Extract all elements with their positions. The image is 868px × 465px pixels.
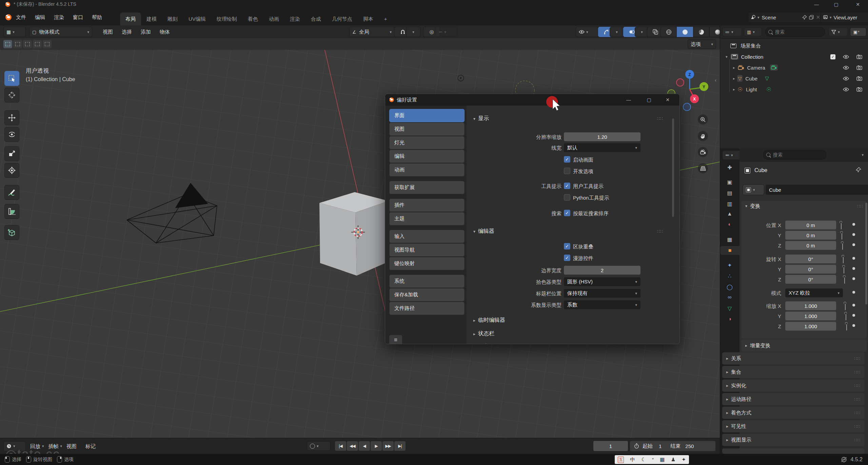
lock-icon[interactable] (841, 223, 842, 229)
unlink-scene-icon[interactable]: ✕ (816, 14, 820, 20)
menu-help[interactable]: 帮助 (87, 9, 106, 25)
lock-icon[interactable] (843, 257, 844, 263)
mode-selector[interactable]: ▢ 物体模式 ▾ (29, 27, 92, 37)
nav-system[interactable]: 系统 (389, 275, 465, 288)
section-relations[interactable]: ▸关系∷∷ (722, 352, 865, 365)
editor-type-selector[interactable]: ▦▾ (3, 27, 26, 37)
pos-y-field[interactable]: 0 m (785, 231, 836, 240)
header-position-dropdown[interactable]: 保持现有▾ (564, 289, 640, 298)
tool-scale[interactable] (4, 146, 19, 161)
animate-dot[interactable] (852, 267, 855, 270)
menu-render[interactable]: 渲染 (50, 9, 68, 25)
nav-interface[interactable]: 界面 (389, 109, 465, 122)
tab-view-layer[interactable]: ▥ (725, 199, 734, 208)
select-mode-subtract-button[interactable] (23, 40, 32, 48)
viewlayer-selector[interactable]: ▾ ViewLayer (821, 12, 868, 23)
nav-addons[interactable]: 插件 (389, 199, 465, 212)
collection-checkbox[interactable]: ✓ (830, 54, 835, 59)
nav-viewport[interactable]: 视图 (389, 123, 465, 136)
user-tooltips-checkbox[interactable]: ✓ (564, 183, 570, 189)
tab-render[interactable]: ▣ (725, 178, 734, 186)
next-keyframe-button[interactable]: ▶▶ (382, 441, 394, 451)
lock-icon[interactable] (844, 267, 844, 274)
pan-button[interactable] (698, 131, 708, 141)
language-section-header[interactable]: ▾语言 ∧∷ (469, 343, 672, 344)
animate-dot[interactable] (852, 223, 855, 226)
marker-menu[interactable]: 标记 (81, 438, 100, 454)
zoom-button[interactable] (698, 114, 708, 125)
add-menu[interactable]: 添加 (136, 25, 155, 38)
prefs-scrollbar[interactable] (672, 118, 674, 217)
pin-icon[interactable] (802, 15, 807, 20)
select-mode-new-button[interactable] (3, 40, 12, 48)
section-shading[interactable]: ▸着色方式∷∷ (722, 407, 865, 419)
close-button[interactable]: ✕ (851, 2, 865, 7)
line-width-dropdown[interactable]: 默认▾ (564, 143, 640, 152)
select-menu[interactable]: 选择 (117, 25, 136, 38)
outliner-editor-selector[interactable]: ≔▾ (722, 27, 742, 36)
lock-icon[interactable] (846, 314, 846, 320)
rot-y-field[interactable]: 0° (785, 265, 836, 274)
tool-rotate[interactable] (4, 127, 19, 142)
tab-object[interactable]: ■ (720, 246, 739, 255)
animate-dot[interactable] (852, 304, 855, 306)
hide-eye-icon[interactable] (843, 76, 849, 81)
outliner-display-mode[interactable]: ▥▾ (744, 27, 762, 36)
tab-output[interactable]: ▤ (725, 188, 734, 197)
minimize-button[interactable]: — (810, 2, 823, 7)
animate-dot[interactable] (852, 243, 855, 246)
workspace-tab-layout[interactable]: 布局 (120, 13, 141, 25)
select-mode-intersect-button[interactable] (43, 40, 52, 48)
maximize-button[interactable]: ▢ (829, 2, 843, 7)
workspace-tab-texpaint[interactable]: 纹理绘制 (211, 13, 242, 25)
animate-dot[interactable] (852, 291, 855, 294)
section-motion-paths[interactable]: ▸运动路径∷∷ (722, 393, 865, 405)
nav-save-load[interactable]: 保存&加载 (389, 288, 465, 301)
rotation-mode-dropdown[interactable]: XYZ 欧拉▾ (785, 289, 843, 297)
tool-move[interactable] (4, 110, 19, 125)
play-button[interactable]: ▶ (371, 441, 382, 451)
properties-search-input[interactable] (772, 152, 814, 158)
scene-collection-row[interactable]: 场景集合 (720, 40, 868, 51)
ime-halfwidth-icon[interactable]: ☾ (641, 457, 646, 463)
nav-lights[interactable]: 灯光 (389, 136, 465, 149)
menu-edit[interactable]: 编辑 (31, 9, 50, 25)
resolution-scale-field[interactable]: 1.20 (564, 132, 640, 141)
ime-user-icon[interactable]: ♟ (671, 457, 675, 463)
properties-header-dropdown[interactable]: ▾ (862, 153, 864, 157)
splash-checkbox[interactable]: ✓ (564, 156, 570, 163)
panel-grip-icon[interactable]: ∷∷ (857, 204, 863, 209)
ortho-grid-button[interactable] (698, 163, 708, 173)
nav-file-paths[interactable]: 文件路径 (389, 302, 465, 315)
nav-input[interactable]: 输入 (389, 230, 465, 243)
region-overlap-checkbox[interactable]: ✓ (564, 243, 570, 249)
pos-z-field[interactable]: 0 m (785, 241, 836, 250)
border-width-field[interactable]: 2 (564, 266, 640, 275)
section-partial[interactable] (722, 448, 865, 454)
lock-icon[interactable] (846, 324, 847, 331)
rot-x-field[interactable]: 0° (785, 255, 836, 263)
nav-keymap[interactable]: 键位映射 (389, 257, 465, 270)
outliner-search-input[interactable] (774, 29, 816, 35)
tab-scene[interactable]: ▲ (725, 209, 734, 218)
shading-material-button[interactable] (693, 27, 709, 37)
animate-dot[interactable] (852, 314, 855, 317)
timeline-view-menu[interactable]: 视图 (62, 438, 81, 454)
workspace-tab-rendering[interactable]: 渲染 (284, 13, 305, 25)
end-value[interactable]: 250 (685, 443, 694, 449)
tab-collection[interactable]: ▦ (725, 235, 734, 244)
workspace-tab-sculpting[interactable]: 雕刻 (162, 13, 183, 25)
camera-tree-row[interactable]: ▸ Camera (720, 62, 868, 73)
gizmos-dropdown[interactable]: ▾ (610, 27, 624, 37)
scale-y-field[interactable]: 1.000 (785, 312, 836, 320)
jump-to-start-button[interactable]: |◀ (335, 441, 346, 451)
rot-z-field[interactable]: 0° (785, 275, 836, 284)
tab-constraints[interactable]: ∞ (725, 293, 734, 302)
animate-dot[interactable] (852, 277, 855, 280)
outliner-filter[interactable]: ▾ (828, 27, 848, 36)
start-value[interactable]: 1 (659, 443, 662, 449)
select-mode-extend-button[interactable] (13, 40, 22, 48)
current-frame-field[interactable]: 1 (593, 441, 628, 451)
ime-wubi-icon[interactable]: 五 (618, 457, 624, 463)
add-workspace-button[interactable]: + (379, 13, 393, 25)
